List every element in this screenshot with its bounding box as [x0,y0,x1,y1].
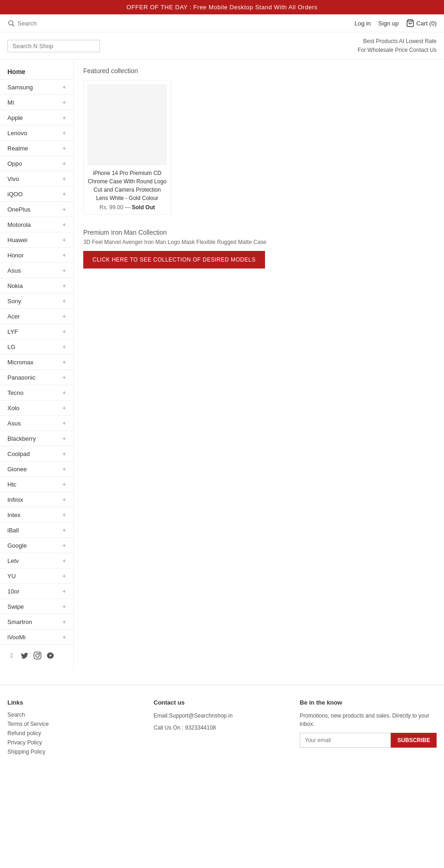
sidebar-item-nokia[interactable]: Nokia + [0,278,74,293]
sidebar-item-coolpad[interactable]: Coolpad + [0,446,74,462]
footer-contact-title: Contact us [154,699,290,706]
shop-header: Best Products At Lowest Rate For Wholesa… [0,32,444,60]
expand-icon: + [62,465,66,473]
expand-icon: + [62,99,66,106]
sidebar-item-yu[interactable]: YU + [0,568,74,584]
sidebar-item-iball[interactable]: iBall + [0,523,74,538]
sidebar-item-10or[interactable]: 10or + [0,584,74,599]
signup-link[interactable]: Sign up [378,20,399,27]
footer-newsletter-desc: Promotions, new products and sales. Dire… [300,712,437,728]
expand-icon: + [62,496,66,503]
footer-link-search[interactable]: Search [7,712,144,718]
sidebar-item-lenovo[interactable]: Lenovo + [0,125,74,141]
sidebar-item-honor[interactable]: Honor + [0,248,74,263]
shop-search-input[interactable] [7,40,100,52]
sidebar-item-micromax[interactable]: Micromax + [0,355,74,370]
product-title: iPhone 14 Pro Premium CD Chrome Case Wit… [87,169,167,202]
sidebar-item-xolo[interactable]: Xolo + [0,400,74,416]
sidebar-item-panasonic[interactable]: Panasonic + [0,370,74,385]
twitter-icon[interactable] [20,651,29,660]
expand-icon: + [62,282,66,289]
iron-man-title: Premium Iron Man Collection [83,229,435,236]
sidebar-item-blackberry[interactable]: Blackberry + [0,431,74,446]
social-links:  [0,645,74,666]
sidebar-item-intex[interactable]: Intex + [0,507,74,523]
product-card[interactable]: iPhone 14 Pro Premium CD Chrome Case Wit… [83,80,171,215]
sidebar-item-tecno[interactable]: Tecno + [0,385,74,400]
header: Log in Sign up Cart (0) [0,14,444,32]
expand-icon: + [62,374,66,381]
expand-icon: + [62,236,66,244]
sidebar-item-iqoo[interactable]: iQOO + [0,187,74,202]
expand-icon: + [62,83,66,91]
cart-area[interactable]: Cart (0) [406,19,437,27]
header-search-area [7,19,354,27]
sidebar-item-lyf[interactable]: LYF + [0,324,74,339]
expand-icon: + [62,267,66,274]
sidebar-item-samsung[interactable]: Samsung + [0,80,74,95]
sidebar-item-realme[interactable]: Realme + [0,141,74,156]
instagram-icon[interactable] [33,651,42,660]
sidebar-item-swipe[interactable]: Swipe + [0,599,74,614]
sidebar-item-acer[interactable]: Acer + [0,309,74,324]
footer-link-privacy[interactable]: Privacy Policy [7,739,144,746]
footer-link-tos[interactable]: Terms of Service [7,721,144,727]
sidebar-item-letv[interactable]: Letv + [0,553,74,568]
svg-rect-3 [34,652,41,659]
cart-label: Cart (0) [416,20,437,27]
footer-newsletter-title: Be in the know [300,699,437,706]
main-layout: Home Samsung + MI + Apple + Lenovo + Rea… [0,60,444,671]
sidebar: Home Samsung + MI + Apple + Lenovo + Rea… [0,60,74,671]
newsletter-email-input[interactable] [300,733,391,748]
shop-taglines: Best Products At Lowest Rate For Wholesa… [358,37,437,55]
sidebar-item-lg[interactable]: LG + [0,339,74,355]
sidebar-item-oneplus[interactable]: OnePlus + [0,202,74,217]
sidebar-item-asus2[interactable]: Asus + [0,416,74,431]
expand-icon: + [62,206,66,213]
content-area: Featured collection iPhone 14 Pro Premiu… [74,60,444,671]
sidebar-item-smartron[interactable]: Smartron + [0,614,74,630]
footer-newsletter-col: Be in the know Promotions, new products … [300,699,437,758]
sold-out-label: Sold Out [132,204,155,211]
sidebar-item-apple[interactable]: Apple + [0,110,74,125]
sidebar-item-oppo[interactable]: Oppo + [0,156,74,171]
footer-links-col: Links Search Terms of Service Refund pol… [7,699,144,758]
sidebar-item-home[interactable]: Home [0,64,74,80]
header-search-input[interactable] [18,20,95,27]
sidebar-item-gionee[interactable]: Gionee + [0,462,74,477]
sidebar-item-sony[interactable]: Sony + [0,293,74,309]
expand-icon: + [62,114,66,121]
svg-point-0 [9,21,13,25]
top-banner: OFFER OF THE DAY : Free Mobile Desktop S… [0,0,444,14]
product-image [87,84,167,165]
expand-icon: + [62,190,66,198]
login-link[interactable]: Log in [354,20,370,27]
facebook-icon[interactable]:  [7,651,16,660]
expand-icon: + [62,511,66,518]
sidebar-item-asus[interactable]: Asus + [0,263,74,278]
expand-icon: + [62,175,66,182]
sidebar-item-google[interactable]: Google + [0,538,74,553]
expand-icon: + [62,481,66,488]
expand-icon: + [62,129,66,137]
expand-icon: + [62,343,66,350]
search-icon [7,19,15,27]
footer-link-refund[interactable]: Refund policy [7,730,144,737]
sidebar-item-ivoomi[interactable]: iVooMi + [0,630,74,645]
sidebar-item-motorola[interactable]: Motorola + [0,217,74,232]
footer-contact-email: Email:Support@Searchnshop.in [154,712,290,720]
sidebar-item-htc[interactable]: Htc + [0,477,74,492]
cart-icon [406,19,414,27]
sidebar-item-mi[interactable]: MI + [0,95,74,110]
youtube-icon[interactable] [46,651,55,660]
sidebar-item-huawei[interactable]: Huawei + [0,232,74,248]
iron-man-button[interactable]: CLICK HERE TO SEE COLLECTION OF DESIRED … [83,251,265,269]
svg-line-1 [12,25,14,26]
expand-icon: + [62,618,66,625]
footer-link-shipping[interactable]: Shipping Policy [7,749,144,755]
subscribe-button[interactable]: SUBSCRIBE [391,733,437,748]
sidebar-item-infinix[interactable]: Infinix + [0,492,74,507]
expand-icon: + [62,526,66,534]
sidebar-item-vivo[interactable]: Vivo + [0,171,74,187]
expand-icon: + [62,603,66,610]
